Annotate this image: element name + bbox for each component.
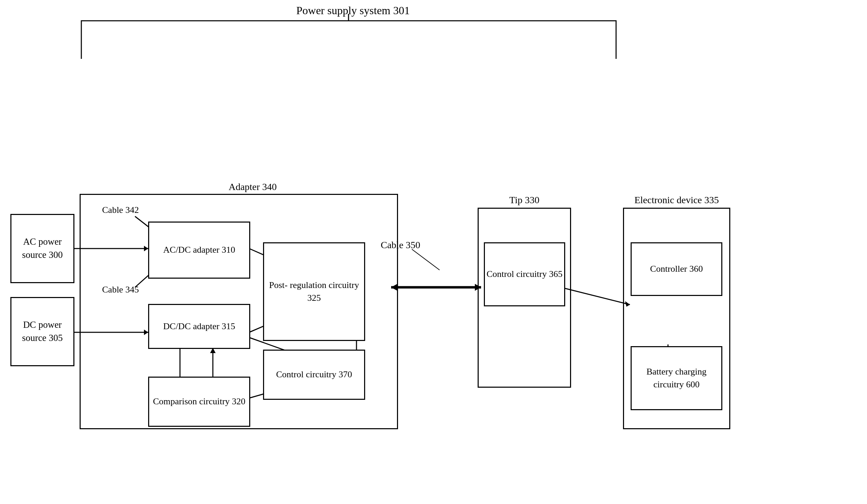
control-circuitry-370-box: Control circuitry 370: [263, 350, 365, 400]
dcdc-adapter-box: DC/DC adapter 315: [148, 304, 250, 349]
svg-line-30: [412, 249, 440, 270]
diagram: Power supply system 301 AC power source …: [0, 0, 867, 504]
control-circuitry-365-box: Control circuitry 365: [484, 242, 565, 306]
tip-330-label: Tip 330: [481, 194, 568, 206]
ac-power-source-label: AC power source 300: [11, 235, 73, 262]
comparison-circuitry-box: Comparison circuitry 320: [148, 377, 250, 427]
electronic-device-label: Electronic device 335: [626, 194, 727, 206]
controller-360-label: Controller 360: [650, 263, 703, 275]
acdc-adapter-label: AC/DC adapter 310: [163, 244, 235, 256]
ac-power-source-box: AC power source 300: [10, 214, 74, 283]
control-circuitry-370-label: Control circuitry 370: [276, 368, 352, 381]
power-supply-system-label: Power supply system 301: [284, 3, 422, 18]
comparison-circuitry-label: Comparison circuitry 320: [153, 395, 245, 408]
post-regulation-label: Post- regulation circuitry 325: [264, 279, 364, 304]
cable-350-label: Cable 350: [381, 239, 450, 251]
cable-342-label: Cable 342: [102, 204, 161, 216]
battery-charging-label: Battery charging circuitry 600: [632, 366, 721, 391]
dc-power-source-box: DC power source 305: [10, 297, 74, 366]
dc-power-source-label: DC power source 305: [11, 318, 73, 345]
controller-360-box: Controller 360: [631, 242, 722, 296]
battery-charging-box: Battery charging circuitry 600: [631, 346, 722, 410]
adapter-340-label: Adapter 340: [218, 181, 287, 193]
dcdc-adapter-label: DC/DC adapter 315: [163, 320, 235, 333]
control-circuitry-365-label: Control circuitry 365: [487, 268, 563, 280]
cable-345-label: Cable 345: [102, 284, 161, 296]
post-regulation-box: Post- regulation circuitry 325: [263, 242, 365, 341]
acdc-adapter-box: AC/DC adapter 310: [148, 222, 250, 279]
svg-line-26: [561, 287, 630, 305]
